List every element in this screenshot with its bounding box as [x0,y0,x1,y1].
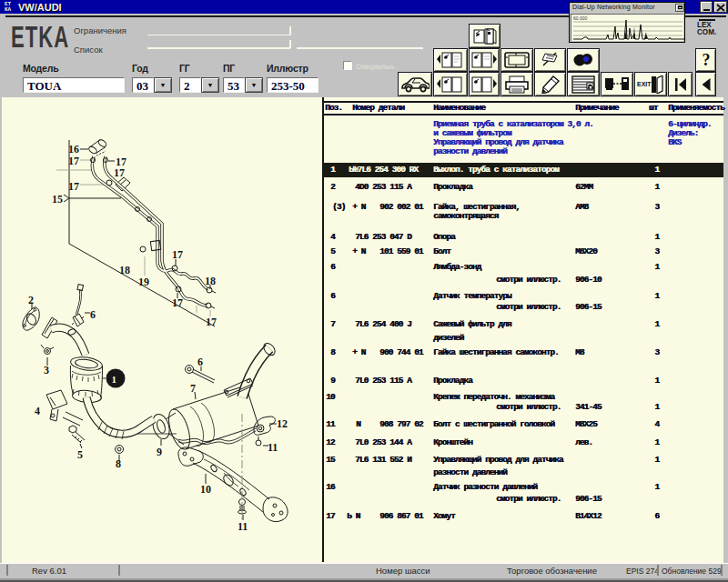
svg-text:4: 4 [35,405,40,417]
svg-text:10: 10 [200,483,211,496]
svg-text:5: 5 [77,448,83,461]
svg-text:8: 8 [116,457,121,470]
svg-text:17: 17 [68,180,79,193]
svg-text:11: 11 [238,520,248,533]
svg-text:6: 6 [90,308,96,321]
svg-text:2: 2 [28,294,34,306]
svg-text:6: 6 [197,356,203,368]
svg-text:17: 17 [172,248,183,261]
svg-text:18: 18 [205,275,216,287]
svg-text:18: 18 [119,264,130,276]
svg-text:16: 16 [68,143,79,156]
svg-text:19: 19 [138,276,149,288]
svg-text:9: 9 [157,446,162,458]
svg-text:17: 17 [68,155,79,167]
svg-text:11: 11 [268,441,278,454]
svg-text:17: 17 [206,316,217,328]
svg-text:17: 17 [114,166,125,179]
svg-text:15: 15 [52,193,63,206]
svg-text:12: 12 [277,417,288,430]
svg-text:1: 1 [112,374,117,385]
svg-text:3: 3 [44,364,49,376]
svg-text:17: 17 [172,296,183,309]
svg-text:EXIT: EXIT [637,81,652,87]
svg-text:7: 7 [190,382,196,395]
svg-text:?: ? [702,51,710,69]
